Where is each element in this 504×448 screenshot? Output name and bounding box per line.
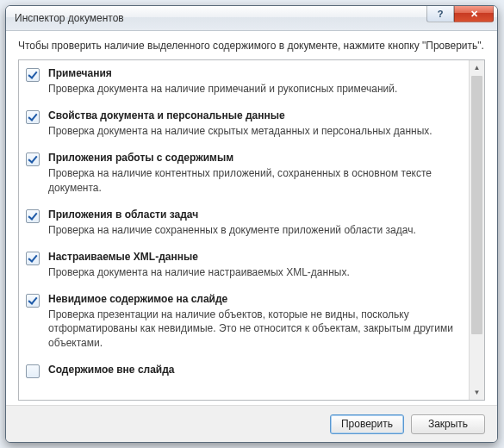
item-title: Настраиваемые XML-данные [48, 251, 462, 263]
list-item: Невидимое содержимое на слайдеПроверка п… [26, 293, 465, 350]
help-button[interactable]: ? [426, 6, 454, 22]
checkbox[interactable] [26, 252, 40, 265]
scroll-up-button[interactable]: ▲ [470, 60, 484, 75]
checkbox[interactable] [26, 294, 40, 308]
vertical-scrollbar[interactable]: ▲ ▼ [469, 60, 484, 400]
inspect-button[interactable]: Проверить [330, 414, 404, 434]
item-title: Приложения работы с содержимым [48, 152, 462, 164]
item-text: Приложения работы с содержимымПроверка н… [48, 152, 465, 194]
item-description: Проверка на наличие контентных приложени… [48, 166, 462, 194]
checkbox[interactable] [26, 364, 40, 378]
window-buttons: ? ✕ [426, 6, 494, 22]
item-text: Содержимое вне слайда [48, 364, 465, 378]
window-title: Инспектор документов [15, 12, 426, 24]
titlebar[interactable]: Инспектор документов ? ✕ [6, 6, 497, 31]
item-description: Проверка на наличие сохраненных в докуме… [48, 223, 462, 237]
inspection-list: ПримечанияПроверка документа на наличие … [18, 59, 485, 401]
item-description: Проверка документа на наличие примечаний… [48, 82, 462, 96]
item-title: Свойства документа и персональные данные [48, 109, 462, 121]
item-description: Проверка презентации на наличие объектов… [48, 308, 462, 350]
instruction-text: Чтобы проверить наличие выделенного соде… [6, 31, 497, 60]
dialog-window: Инспектор документов ? ✕ Чтобы проверить… [5, 5, 498, 443]
list-item: Приложения в области задачПроверка на на… [26, 208, 465, 237]
dialog-footer: Проверить Закрыть [6, 405, 497, 442]
list-item: Настраиваемые XML-данныеПроверка докумен… [26, 251, 465, 279]
item-text: Невидимое содержимое на слайдеПроверка п… [48, 293, 465, 350]
checkbox[interactable] [26, 209, 40, 223]
item-title: Приложения в области задач [48, 208, 462, 221]
list-item: Свойства документа и персональные данные… [26, 109, 465, 138]
scroll-down-button[interactable]: ▼ [470, 385, 484, 400]
item-description: Проверка документа на наличие скрытых ме… [48, 124, 462, 138]
list-item: Содержимое вне слайда [26, 364, 465, 378]
checkbox[interactable] [26, 68, 40, 82]
item-text: Настраиваемые XML-данныеПроверка докумен… [48, 251, 465, 279]
item-title: Содержимое вне слайда [48, 364, 462, 376]
window-close-button[interactable]: ✕ [454, 6, 494, 22]
close-button[interactable]: Закрыть [411, 414, 485, 434]
item-text: Приложения в области задачПроверка на на… [48, 208, 465, 237]
list-item: Приложения работы с содержимымПроверка н… [26, 152, 465, 194]
item-text: Свойства документа и персональные данные… [48, 109, 465, 138]
item-title: Невидимое содержимое на слайде [48, 293, 462, 305]
item-description: Проверка документа на наличие настраивае… [48, 265, 462, 279]
scroll-thumb[interactable] [471, 76, 482, 334]
checkbox[interactable] [26, 152, 40, 166]
item-text: ПримечанияПроверка документа на наличие … [48, 67, 465, 96]
checkbox[interactable] [26, 110, 40, 124]
item-title: Примечания [48, 67, 462, 79]
list-item: ПримечанияПроверка документа на наличие … [26, 67, 465, 96]
list-content: ПримечанияПроверка документа на наличие … [19, 60, 469, 400]
